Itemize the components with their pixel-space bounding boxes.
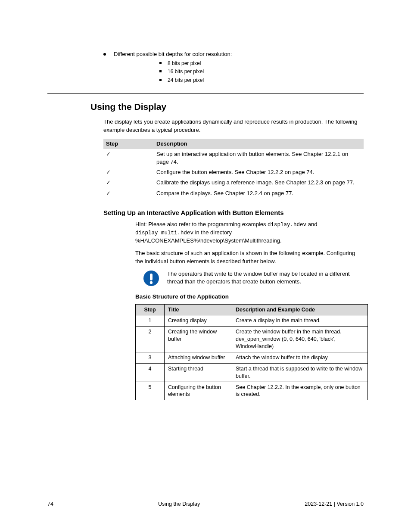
cell-step: 3 xyxy=(136,352,165,363)
bullet-icon xyxy=(103,53,106,56)
cell-title: Creating the window buffer xyxy=(165,327,232,352)
cell-desc: Create the window buffer in the main thr… xyxy=(232,327,368,352)
top-bullet-section: Different possible bit depths for color … xyxy=(103,50,364,84)
table-row: 5 Configuring the button elements See Ch… xyxy=(136,382,368,400)
desc-cell: Compare the displays. See Chapter 12.2.4… xyxy=(154,188,364,199)
square-icon xyxy=(159,70,162,72)
inline-code: display.hdev xyxy=(268,222,306,228)
structure-table: Step Title Description and Example Code … xyxy=(135,304,368,401)
table-row: ✓ Set up an interactive application with… xyxy=(103,149,364,167)
col-header-desc: Description xyxy=(154,139,364,149)
cell-step: 5 xyxy=(136,382,165,400)
paragraph: The basic structure of such an applicati… xyxy=(135,249,364,266)
text: and xyxy=(306,221,317,227)
notice-icon xyxy=(143,270,159,286)
page-number: 74 xyxy=(47,501,53,507)
cell-desc: Attach the window buffer to the display. xyxy=(232,352,368,363)
list-item: 24 bits per pixel xyxy=(159,77,364,84)
sub-item-text: 8 bits per pixel xyxy=(168,60,201,67)
footer-title: Using the Display xyxy=(158,501,200,507)
cell-title: Starting thread xyxy=(165,363,232,382)
step-cell: ✓ xyxy=(103,177,154,188)
step-cell: ✓ xyxy=(103,167,154,177)
text: Hint: Please also refer to the programmi… xyxy=(135,221,268,227)
list-item: Different possible bit depths for color … xyxy=(103,50,364,58)
col-header-desc: Description and Example Code xyxy=(232,304,368,315)
step-table: Step Description ✓ Set up an interactive… xyxy=(103,139,364,199)
svg-rect-1 xyxy=(150,274,153,280)
sub-item-text: 16 bits per pixel xyxy=(168,68,204,75)
step-cell: ✓ xyxy=(103,149,154,167)
list-item: 8 bits per pixel xyxy=(159,60,364,67)
intro-paragraph: The display lets you create applications… xyxy=(103,118,364,134)
desc-cell: Set up an interactive application with b… xyxy=(154,149,364,167)
sub-item-text: 24 bits per pixel xyxy=(168,77,204,84)
footer-meta: 2023-12-21 | Version 1.0 xyxy=(305,501,364,507)
col-header-title: Title xyxy=(165,304,232,315)
section-heading: Using the Display xyxy=(90,102,364,112)
table-header-row: Step Title Description and Example Code xyxy=(136,304,368,315)
cell-title: Configuring the button elements xyxy=(165,382,232,400)
notice-callout: The operators that write to the window b… xyxy=(135,270,364,286)
bullet-text: Different possible bit depths for color … xyxy=(114,50,232,58)
table-header-row: Step Description xyxy=(103,139,364,149)
footer-divider xyxy=(47,493,364,493)
hint-paragraph: Hint: Please also refer to the programmi… xyxy=(135,221,364,245)
inline-code: display_multi.hdev xyxy=(135,230,193,236)
table-row: 4 Starting thread Start a thread that is… xyxy=(136,363,368,382)
notice-text: The operators that write to the window b… xyxy=(167,270,364,286)
table-row: 1 Creating display Create a display in t… xyxy=(136,315,368,327)
square-icon xyxy=(159,62,162,64)
desc-cell: Calibrate the displays using a reference… xyxy=(154,177,364,188)
step-cell: ✓ xyxy=(103,188,154,199)
col-header-step: Step xyxy=(136,304,165,315)
cell-title: Attaching window buffer xyxy=(165,352,232,363)
table-row: ✓ Compare the displays. See Chapter 12.2… xyxy=(103,188,364,199)
cell-desc: Start a thread that is supposed to write… xyxy=(232,363,368,382)
section-divider xyxy=(47,93,364,94)
subsubsection-heading: Basic Structure of the Application xyxy=(103,293,364,300)
cell-step: 2 xyxy=(136,327,165,352)
sub-list: 8 bits per pixel 16 bits per pixel 24 bi… xyxy=(159,60,364,84)
page-footer: 74 Using the Display 2023-12-21 | Versio… xyxy=(47,501,364,507)
subsection-heading: Setting Up an Interactive Application wi… xyxy=(103,209,364,216)
list-item: 16 bits per pixel xyxy=(159,68,364,75)
square-icon xyxy=(159,79,162,81)
cell-title: Creating display xyxy=(165,315,232,327)
table-row: 3 Attaching window buffer Attach the win… xyxy=(136,352,368,363)
cell-desc: See Chapter 12.2.2. In the example, only… xyxy=(232,382,368,400)
col-header-step: Step xyxy=(103,139,154,149)
cell-step: 4 xyxy=(136,363,165,382)
table-row: 2 Creating the window buffer Create the … xyxy=(136,327,368,352)
table-row: ✓ Calibrate the displays using a referen… xyxy=(103,177,364,188)
cell-step: 1 xyxy=(136,315,165,327)
cell-desc: Create a display in the main thread. xyxy=(232,315,368,327)
table-row: ✓ Configure the button elements. See Cha… xyxy=(103,167,364,177)
desc-cell: Configure the button elements. See Chapt… xyxy=(154,167,364,177)
svg-point-2 xyxy=(150,281,153,283)
